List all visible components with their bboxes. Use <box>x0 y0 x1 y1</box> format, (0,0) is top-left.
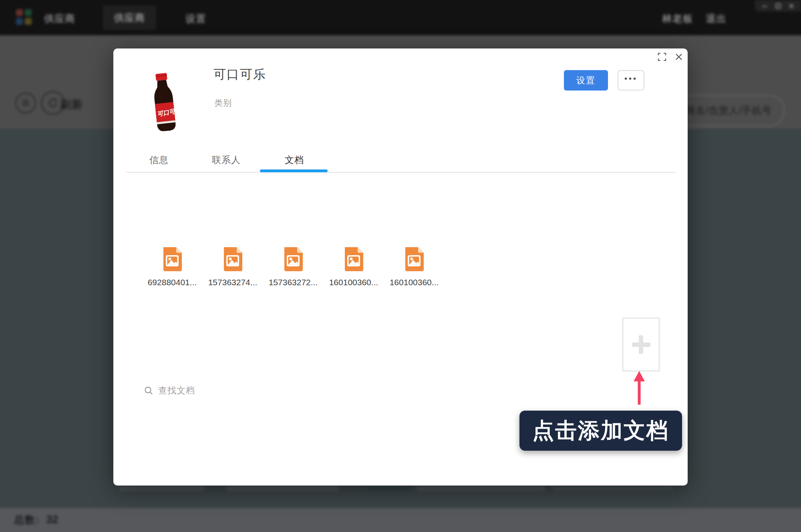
document-name: 157363274... <box>208 278 258 287</box>
table-row <box>553 486 673 491</box>
image-file-icon <box>403 246 425 272</box>
document-name: 692880401... <box>148 278 197 287</box>
supplier-search-placeholder: 商名/负责人/手机号 <box>686 104 772 117</box>
menu-button[interactable] <box>15 93 36 113</box>
document-name: 160100360... <box>329 278 378 287</box>
total-label: 总数: <box>14 513 40 526</box>
search-icon <box>143 385 154 396</box>
table-row <box>368 486 411 491</box>
add-document-button[interactable] <box>622 317 660 372</box>
tab-divider <box>126 172 676 173</box>
more-actions-button[interactable]: ••• <box>618 70 644 91</box>
nav-tab-suppliers-label: 供应商 <box>114 11 145 24</box>
document-card[interactable]: 157363274... <box>209 246 257 287</box>
table-row <box>417 486 545 491</box>
logo-square-blue <box>16 18 23 25</box>
document-name: 160100360... <box>390 278 439 287</box>
refresh-label: 刷新 <box>60 97 83 112</box>
tab-documents[interactable]: 文档 <box>270 154 318 166</box>
document-card[interactable]: 692880401... <box>148 246 196 287</box>
image-file-icon <box>342 246 365 272</box>
total-count: 总数: 32 <box>14 513 58 526</box>
logo-square-red <box>16 9 23 16</box>
document-search-input[interactable] <box>157 385 279 396</box>
annotation-arrow <box>632 371 646 405</box>
image-file-icon <box>161 246 183 272</box>
modal-subtitle: 类别 <box>214 97 232 109</box>
app-window: 供应商 供应商 设置 林老板 退出 <box>0 0 801 532</box>
user-name[interactable]: 林老板 <box>662 12 693 25</box>
nav-tab-settings[interactable]: 设置 <box>185 12 206 25</box>
table-row <box>226 486 338 491</box>
close-window-icon[interactable] <box>788 2 795 10</box>
refresh-icon <box>47 97 59 109</box>
supplier-avatar: 可口可乐 <box>146 72 182 136</box>
logo-square-yellow <box>25 18 32 25</box>
maximize-icon[interactable] <box>775 2 782 10</box>
total-value: 32 <box>46 514 58 526</box>
plus-icon <box>639 335 643 354</box>
tab-info[interactable]: 信息 <box>135 154 183 166</box>
tab-contacts[interactable]: 联系人 <box>202 154 250 166</box>
app-logo[interactable] <box>16 9 32 25</box>
minimize-icon[interactable] <box>761 2 768 10</box>
ellipsis-icon: ••• <box>624 74 638 83</box>
logout-button[interactable]: 退出 <box>706 12 727 25</box>
footer-bar: 总数: 32 <box>0 508 801 532</box>
window-controls <box>755 0 801 12</box>
active-tab-underline <box>260 169 328 172</box>
table-row <box>120 486 204 491</box>
top-navigation-bar: 供应商 供应商 设置 林老板 退出 <box>0 0 801 35</box>
settings-button[interactable]: 设置 <box>564 70 608 91</box>
close-icon[interactable] <box>673 51 684 62</box>
document-name: 157363272... <box>269 278 318 287</box>
annotation-tooltip: 点击添加文档 <box>519 411 682 451</box>
nav-tab-suppliers[interactable]: 供应商 <box>103 5 156 30</box>
coke-bottle-illustration: 可口可乐 <box>152 72 184 132</box>
annotation-label: 点击添加文档 <box>532 416 669 445</box>
app-name: 供应商 <box>44 12 75 25</box>
document-card[interactable]: 157363272... <box>269 246 317 287</box>
logo-square-green <box>25 9 32 16</box>
expand-icon[interactable] <box>657 52 667 62</box>
document-card[interactable]: 160100360... <box>330 246 378 287</box>
hamburger-icon <box>21 98 30 108</box>
document-card[interactable]: 160100360... <box>390 246 438 287</box>
image-file-icon <box>282 246 304 272</box>
modal-title: 可口可乐 <box>213 66 266 83</box>
image-file-icon <box>221 246 244 272</box>
